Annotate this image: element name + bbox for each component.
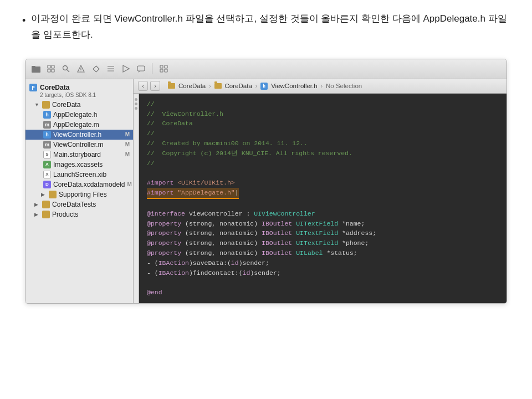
- svg-rect-21: [165, 69, 167, 72]
- code-line: @property (strong, nonatomic) IBOutlet U…: [147, 228, 499, 238]
- dot-2: [135, 103, 137, 105]
- dot-3: [135, 107, 137, 110]
- folder-icon: [42, 101, 50, 109]
- editor-area: ‹ › CoreData › CoreData › h ViewControll…: [134, 79, 507, 303]
- toolbar-right-icons: [157, 63, 170, 75]
- svg-rect-19: [165, 65, 167, 68]
- svg-marker-11: [93, 66, 99, 72]
- structure-icon[interactable]: [157, 63, 170, 75]
- modified-badge: M: [125, 131, 130, 137]
- bc-arrow-3: ›: [321, 83, 323, 89]
- file-navigator: P CoreData 2 targets, iOS SDK 8.1 ▼ Core…: [25, 79, 134, 303]
- symbol-navigator-icon[interactable]: [45, 63, 57, 75]
- coredata-xcdatamodel-label: CoreData.xcdatamodeld: [53, 181, 125, 188]
- coredata-group-label: CoreData: [52, 101, 130, 109]
- toolbar-left-icons: [30, 63, 147, 75]
- content-area: P CoreData 2 targets, iOS SDK 8.1 ▼ Core…: [25, 79, 507, 303]
- folder-icon: [42, 201, 50, 208]
- code-line: @property (strong, nonatomic) IBOutlet U…: [147, 248, 499, 258]
- instruction-text: • 이과정이 완료 되면 ViewController.h 파일을 선택하고, …: [22, 11, 510, 43]
- project-root[interactable]: P CoreData 2 targets, iOS SDK 8.1: [25, 81, 133, 100]
- code-line: #import <UIKit/UIKit.h>: [147, 178, 499, 188]
- svg-point-6: [63, 66, 68, 70]
- sidebar-item-viewcontroller-h[interactable]: h ViewController.h M: [25, 130, 133, 140]
- sidebar-item-main-storyboard[interactable]: S Main.storyboard M: [25, 150, 133, 160]
- svg-rect-18: [160, 65, 163, 68]
- nav-back-button[interactable]: ‹: [138, 81, 148, 91]
- modified-badge: M: [127, 181, 131, 187]
- sidebar-item-launchscreen-xib[interactable]: X LaunchScreen.xib: [25, 170, 133, 180]
- launchscreen-xib-label: LaunchScreen.xib: [53, 171, 130, 178]
- sidebar-item-coredata-xcdatamodel[interactable]: D CoreData.xcdatamodeld M: [25, 180, 133, 190]
- expand-arrow: ▼: [34, 102, 40, 108]
- h-file-icon: h: [43, 111, 51, 119]
- dot-1: [135, 98, 137, 101]
- m-file-icon: m: [43, 141, 51, 149]
- code-line-blank: [147, 199, 499, 209]
- sidebar-item-coredatatests[interactable]: ▶ CoreDataTests: [25, 200, 133, 209]
- issue-navigator-icon[interactable]: [75, 63, 87, 75]
- svg-point-10: [80, 71, 81, 71]
- folder-icon: [49, 191, 57, 198]
- supporting-files-label: Supporting Files: [59, 191, 130, 198]
- code-line: @end: [147, 288, 499, 298]
- code-line: @interface ViewController : UIViewContro…: [147, 209, 499, 219]
- svg-marker-17: [139, 71, 140, 73]
- code-editor[interactable]: // // ViewController.h // CoreData // //…: [139, 94, 507, 303]
- folder-navigator-icon[interactable]: [30, 63, 42, 75]
- code-line: @property (strong, nonatomic) IBOutlet U…: [147, 238, 499, 248]
- sidebar-item-viewcontroller-m[interactable]: m ViewController.m M: [25, 140, 133, 150]
- storyboard-icon: S: [43, 151, 51, 158]
- folder-icon: [42, 211, 50, 218]
- sidebar-item-supporting-files[interactable]: ▶ Supporting Files: [25, 190, 133, 200]
- bc-coredata-sub-folder-icon: [214, 83, 222, 89]
- viewcontroller-m-label: ViewController.m: [53, 141, 123, 149]
- svg-rect-3: [52, 65, 54, 68]
- code-line: // CoreData: [147, 119, 499, 129]
- expand-arrow: ▶: [34, 202, 40, 207]
- debug-navigator-icon[interactable]: [105, 63, 117, 75]
- code-line-highlighted: #import "AppDelegate.h"|: [147, 188, 499, 199]
- bc-coredata-sub-label[interactable]: CoreData: [225, 83, 252, 89]
- svg-rect-16: [137, 66, 145, 71]
- expand-arrow: ▶: [34, 212, 40, 217]
- report-navigator-icon[interactable]: [135, 63, 147, 75]
- code-line: //: [147, 129, 499, 139]
- bc-no-selection-label[interactable]: No Selection: [326, 83, 362, 89]
- main-storyboard-label: Main.storyboard: [53, 151, 123, 158]
- svg-rect-20: [160, 69, 163, 72]
- breakpoint-navigator-icon[interactable]: [120, 63, 132, 75]
- gutter-dots: [134, 94, 139, 303]
- bc-arrow-2: ›: [255, 83, 257, 89]
- svg-rect-29: [42, 202, 45, 203]
- project-name: CoreData: [40, 84, 69, 91]
- breadcrumb-bar: ‹ › CoreData › CoreData › h ViewControll…: [134, 79, 507, 94]
- svg-rect-27: [49, 192, 52, 193]
- xcdatamodel-icon: D: [43, 181, 51, 188]
- code-line: - (IBAction)saveData:(id)sender;: [147, 258, 499, 268]
- code-line: - (IBAction)findContact:(id)sender;: [147, 268, 499, 278]
- code-line: // ViewController.h: [147, 109, 499, 119]
- bc-coredata-label[interactable]: CoreData: [178, 83, 206, 89]
- svg-marker-15: [123, 65, 129, 72]
- bc-viewcontroller-h-label[interactable]: ViewController.h: [271, 83, 318, 89]
- svg-rect-25: [42, 102, 45, 104]
- toolbar: [25, 59, 507, 79]
- search-navigator-icon[interactable]: [60, 63, 72, 75]
- sidebar-item-products[interactable]: ▶ Products: [25, 209, 133, 219]
- sidebar-item-appdelegate-h[interactable]: h AppDelegate.h: [25, 110, 133, 120]
- nav-forward-button[interactable]: ›: [150, 81, 160, 91]
- sidebar-item-coredata-group[interactable]: ▼ CoreData: [25, 100, 133, 110]
- code-line: @property (strong, nonatomic) IBOutlet U…: [147, 219, 499, 229]
- xcode-window: P CoreData 2 targets, iOS SDK 8.1 ▼ Core…: [25, 59, 507, 304]
- sidebar-item-appdelegate-m[interactable]: m AppDelegate.m: [25, 120, 133, 130]
- bc-viewcontroller-h-icon: h: [260, 83, 268, 90]
- expand-arrow: ▶: [41, 192, 47, 197]
- h-file-icon: h: [43, 131, 51, 139]
- test-navigator-icon[interactable]: [90, 63, 102, 75]
- modified-badge: M: [125, 141, 130, 147]
- sidebar-item-images-xcassets[interactable]: A Images.xcassets: [25, 160, 133, 170]
- modified-badge: M: [125, 151, 130, 157]
- svg-line-7: [67, 70, 70, 73]
- m-file-icon: m: [43, 121, 51, 129]
